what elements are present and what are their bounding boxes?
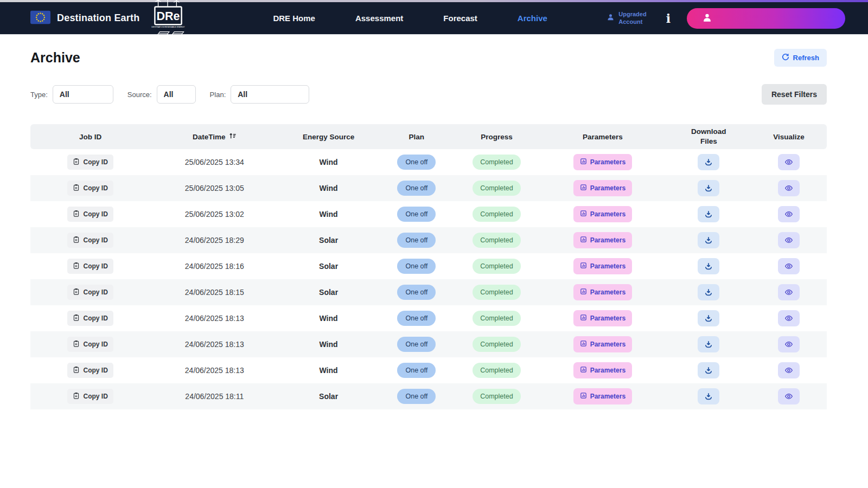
nav-link-forecast[interactable]: Forecast xyxy=(443,14,477,23)
parameters-button[interactable]: Parameters xyxy=(573,180,632,196)
download-files-button[interactable] xyxy=(698,336,719,352)
download-files-button[interactable] xyxy=(698,388,719,404)
download-files-button[interactable] xyxy=(698,232,719,248)
dre-logo-subtext: DESTINATION RENEWABLE ENERGY xyxy=(152,26,186,28)
copy-id-button[interactable]: Copy ID xyxy=(67,337,113,352)
download-files-button[interactable] xyxy=(698,154,719,170)
energy-source: Solar xyxy=(319,288,338,297)
download-files-button[interactable] xyxy=(698,362,719,378)
plan-badge: One off xyxy=(397,259,436,274)
parameters-button[interactable]: Parameters xyxy=(573,154,632,170)
profile-pill-button[interactable] xyxy=(687,8,845,29)
progress-badge: Completed xyxy=(473,181,520,196)
parameters-button[interactable]: Parameters xyxy=(573,258,632,274)
account-person-icon xyxy=(607,13,615,23)
visualize-button[interactable] xyxy=(778,336,800,352)
visualize-button[interactable] xyxy=(778,362,800,378)
col-header-parameters: Parameters xyxy=(539,124,667,149)
bar-chart-icon xyxy=(580,262,587,271)
table-row: Copy ID 25/06/2025 13:34 Wind One off Co… xyxy=(30,149,827,175)
download-icon xyxy=(704,314,713,323)
sort-icon[interactable] xyxy=(228,132,237,142)
info-icon[interactable]: i xyxy=(665,11,672,25)
parameters-button[interactable]: Parameters xyxy=(573,284,632,300)
download-files-button[interactable] xyxy=(698,258,719,274)
download-icon xyxy=(704,262,713,271)
download-files-button[interactable] xyxy=(698,310,719,326)
progress-badge: Completed xyxy=(473,389,520,404)
navbar-right: Upgraded Account i xyxy=(603,8,845,29)
visualize-button[interactable] xyxy=(778,206,800,222)
parameters-button[interactable]: Parameters xyxy=(573,232,632,248)
visualize-button[interactable] xyxy=(778,232,800,248)
copy-id-button[interactable]: Copy ID xyxy=(67,155,113,170)
progress-badge: Completed xyxy=(473,155,520,170)
parameters-button[interactable]: Parameters xyxy=(573,206,632,222)
job-datetime: 25/06/2025 13:34 xyxy=(185,158,244,166)
table-row: Copy ID 24/06/2025 18:13 Wind One off Co… xyxy=(30,331,827,357)
plan-filter-select[interactable]: All xyxy=(231,85,309,104)
clipboard-copy-icon xyxy=(73,340,80,349)
copy-id-button[interactable]: Copy ID xyxy=(67,389,113,404)
nav-link-dre-home[interactable]: DRE Home xyxy=(273,14,315,23)
copy-id-button[interactable]: Copy ID xyxy=(67,285,113,300)
download-files-button[interactable] xyxy=(698,284,719,300)
parameters-button[interactable]: Parameters xyxy=(573,388,632,404)
reset-filters-button[interactable]: Reset Filters xyxy=(762,84,827,105)
clipboard-copy-icon xyxy=(73,262,80,271)
job-datetime: 24/06/2025 18:29 xyxy=(185,236,244,245)
parameters-button[interactable]: Parameters xyxy=(573,310,632,326)
copy-id-button[interactable]: Copy ID xyxy=(67,311,113,326)
nav-links: DRE Home Assessment Forecast Archive xyxy=(273,14,547,23)
copy-id-button[interactable]: Copy ID xyxy=(67,181,113,196)
energy-source: Solar xyxy=(319,262,338,271)
eye-icon xyxy=(784,158,793,166)
plan-badge: One off xyxy=(397,389,436,404)
clipboard-copy-icon xyxy=(73,366,80,375)
copy-id-button[interactable]: Copy ID xyxy=(67,259,113,274)
table-body: Copy ID 25/06/2025 13:34 Wind One off Co… xyxy=(30,149,827,409)
brand-title: Destination Earth xyxy=(57,12,139,24)
parameters-button[interactable]: Parameters xyxy=(573,336,632,352)
table-row: Copy ID 24/06/2025 18:15 Solar One off C… xyxy=(30,279,827,305)
job-datetime: 25/06/2025 13:05 xyxy=(185,184,244,192)
visualize-button[interactable] xyxy=(778,258,800,274)
job-datetime: 24/06/2025 18:15 xyxy=(185,288,244,297)
parameters-button[interactable]: Parameters xyxy=(573,362,632,378)
copy-id-button[interactable]: Copy ID xyxy=(67,363,113,378)
visualize-button[interactable] xyxy=(778,310,800,326)
download-files-button[interactable] xyxy=(698,180,719,196)
col-header-download-files: Download Files xyxy=(667,124,751,149)
nav-link-assessment[interactable]: Assessment xyxy=(355,14,403,23)
clipboard-copy-icon xyxy=(73,314,80,323)
upgraded-account-button[interactable]: Upgraded Account xyxy=(603,10,649,27)
account-label-line2: Account xyxy=(618,18,642,25)
brand: Destination Earth xyxy=(30,10,139,27)
download-icon xyxy=(704,340,713,349)
plan-filter-label: Plan: xyxy=(210,91,226,99)
visualize-button[interactable] xyxy=(778,180,800,196)
page-title: Archive xyxy=(30,50,80,66)
download-files-button[interactable] xyxy=(698,206,719,222)
eye-icon xyxy=(784,392,793,401)
clipboard-copy-icon xyxy=(73,184,80,192)
visualize-button[interactable] xyxy=(778,388,800,404)
bar-chart-icon xyxy=(580,236,587,245)
energy-source: Solar xyxy=(319,392,338,401)
table-row: Copy ID 24/06/2025 18:16 Solar One off C… xyxy=(30,253,827,279)
copy-id-button[interactable]: Copy ID xyxy=(67,233,113,248)
visualize-button[interactable] xyxy=(778,284,800,300)
copy-id-button[interactable]: Copy ID xyxy=(67,207,113,222)
plan-badge: One off xyxy=(397,181,436,196)
refresh-button[interactable]: Refresh xyxy=(774,49,827,67)
table-row: Copy ID 24/06/2025 18:11 Solar One off C… xyxy=(30,383,827,409)
visualize-button[interactable] xyxy=(778,154,800,170)
plan-badge: One off xyxy=(397,285,436,300)
nav-link-archive[interactable]: Archive xyxy=(518,14,547,23)
source-filter-select[interactable]: All xyxy=(157,85,196,104)
clipboard-copy-icon xyxy=(73,210,80,219)
type-filter-select[interactable]: All xyxy=(53,85,113,104)
download-icon xyxy=(704,236,713,245)
bar-chart-icon xyxy=(580,210,587,219)
col-header-datetime[interactable]: DateTime xyxy=(150,124,278,149)
